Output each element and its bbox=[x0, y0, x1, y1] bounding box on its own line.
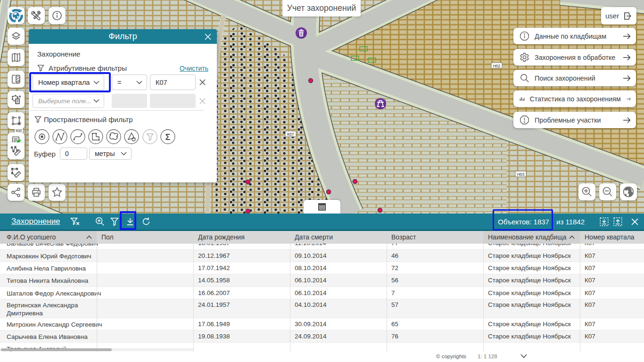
svg-text:Σ: Σ bbox=[165, 132, 171, 142]
svg-text:Н02: Н02 bbox=[493, 64, 501, 68]
svg-text:Н03: Н03 bbox=[517, 172, 525, 177]
svg-text:К10: К10 bbox=[16, 129, 22, 132]
svg-text:К07: К07 bbox=[287, 132, 294, 137]
